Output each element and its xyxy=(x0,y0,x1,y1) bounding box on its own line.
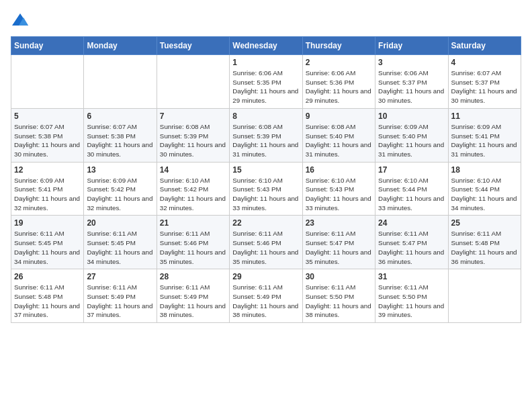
calendar-cell: 28Sunrise: 6:11 AMSunset: 5:49 PMDayligh… xyxy=(157,269,229,323)
col-header-friday: Friday xyxy=(375,37,448,55)
calendar-cell: 27Sunrise: 6:11 AMSunset: 5:49 PMDayligh… xyxy=(84,269,157,323)
day-number: 31 xyxy=(378,272,445,281)
calendar-week-0: 1Sunrise: 6:06 AMSunset: 5:35 PMDaylight… xyxy=(11,55,521,109)
cell-info: Sunrise: 6:06 AMSunset: 5:35 PMDaylight:… xyxy=(232,68,299,105)
cell-info: Sunrise: 6:11 AMSunset: 5:49 PMDaylight:… xyxy=(87,283,153,320)
day-number: 3 xyxy=(378,58,445,67)
day-number: 19 xyxy=(14,218,81,228)
day-number: 8 xyxy=(232,111,299,121)
day-number: 12 xyxy=(14,165,81,175)
day-number: 18 xyxy=(451,165,518,175)
calendar-cell: 30Sunrise: 6:11 AMSunset: 5:50 PMDayligh… xyxy=(302,269,375,323)
cell-info: Sunrise: 6:11 AMSunset: 5:45 PMDaylight:… xyxy=(14,229,81,266)
calendar-cell: 26Sunrise: 6:11 AMSunset: 5:48 PMDayligh… xyxy=(11,269,84,323)
calendar-cell: 22Sunrise: 6:11 AMSunset: 5:46 PMDayligh… xyxy=(230,216,302,269)
calendar-cell: 25Sunrise: 6:11 AMSunset: 5:48 PMDayligh… xyxy=(448,216,521,269)
day-number: 20 xyxy=(87,218,153,228)
calendar-cell: 31Sunrise: 6:11 AMSunset: 5:50 PMDayligh… xyxy=(375,269,448,323)
cell-info: Sunrise: 6:11 AMSunset: 5:46 PMDaylight:… xyxy=(232,229,299,266)
col-header-thursday: Thursday xyxy=(302,37,375,55)
cell-info: Sunrise: 6:06 AMSunset: 5:36 PMDaylight:… xyxy=(306,68,372,105)
cell-info: Sunrise: 6:07 AMSunset: 5:37 PMDaylight:… xyxy=(451,68,518,105)
cell-info: Sunrise: 6:07 AMSunset: 5:38 PMDaylight:… xyxy=(87,122,153,159)
calendar-cell: 12Sunrise: 6:09 AMSunset: 5:41 PMDayligh… xyxy=(11,162,84,216)
cell-info: Sunrise: 6:11 AMSunset: 5:49 PMDaylight:… xyxy=(232,283,299,320)
calendar-table: SundayMondayTuesdayWednesdayThursdayFrid… xyxy=(11,36,521,323)
day-number: 23 xyxy=(306,218,372,228)
calendar-cell: 23Sunrise: 6:11 AMSunset: 5:47 PMDayligh… xyxy=(302,216,375,269)
day-number: 29 xyxy=(232,272,299,281)
day-number: 10 xyxy=(378,111,445,121)
cell-info: Sunrise: 6:11 AMSunset: 5:45 PMDaylight:… xyxy=(87,229,153,266)
day-number: 25 xyxy=(451,218,518,228)
calendar-cell: 29Sunrise: 6:11 AMSunset: 5:49 PMDayligh… xyxy=(230,269,302,323)
cell-info: Sunrise: 6:10 AMSunset: 5:42 PMDaylight:… xyxy=(160,176,226,213)
day-number: 5 xyxy=(14,111,81,121)
cell-info: Sunrise: 6:08 AMSunset: 5:39 PMDaylight:… xyxy=(160,122,226,159)
calendar-header-row: SundayMondayTuesdayWednesdayThursdayFrid… xyxy=(11,37,521,55)
calendar-cell: 10Sunrise: 6:09 AMSunset: 5:40 PMDayligh… xyxy=(375,108,448,162)
calendar-cell: 2Sunrise: 6:06 AMSunset: 5:36 PMDaylight… xyxy=(302,55,375,109)
day-number: 15 xyxy=(232,165,299,175)
calendar-cell: 21Sunrise: 6:11 AMSunset: 5:46 PMDayligh… xyxy=(157,216,229,269)
calendar-cell xyxy=(84,55,157,109)
calendar-cell xyxy=(157,55,229,109)
calendar-cell xyxy=(448,269,521,323)
col-header-monday: Monday xyxy=(84,37,157,55)
calendar-cell: 14Sunrise: 6:10 AMSunset: 5:42 PMDayligh… xyxy=(157,162,229,216)
calendar-cell: 13Sunrise: 6:09 AMSunset: 5:42 PMDayligh… xyxy=(84,162,157,216)
calendar-cell: 18Sunrise: 6:10 AMSunset: 5:44 PMDayligh… xyxy=(448,162,521,216)
calendar-week-1: 5Sunrise: 6:07 AMSunset: 5:38 PMDaylight… xyxy=(11,108,521,162)
cell-info: Sunrise: 6:11 AMSunset: 5:49 PMDaylight:… xyxy=(160,283,226,320)
cell-info: Sunrise: 6:11 AMSunset: 5:47 PMDaylight:… xyxy=(306,229,372,266)
calendar-cell: 4Sunrise: 6:07 AMSunset: 5:37 PMDaylight… xyxy=(448,55,521,109)
calendar-cell: 20Sunrise: 6:11 AMSunset: 5:45 PMDayligh… xyxy=(84,216,157,269)
calendar-cell: 1Sunrise: 6:06 AMSunset: 5:35 PMDaylight… xyxy=(230,55,302,109)
day-number: 14 xyxy=(160,165,226,175)
day-number: 1 xyxy=(232,58,299,67)
day-number: 9 xyxy=(306,111,372,121)
calendar-cell: 16Sunrise: 6:10 AMSunset: 5:43 PMDayligh… xyxy=(302,162,375,216)
cell-info: Sunrise: 6:10 AMSunset: 5:43 PMDaylight:… xyxy=(306,176,372,213)
day-number: 21 xyxy=(160,218,226,228)
day-number: 6 xyxy=(87,111,153,121)
day-number: 24 xyxy=(378,218,445,228)
day-number: 16 xyxy=(306,165,372,175)
cell-info: Sunrise: 6:11 AMSunset: 5:47 PMDaylight:… xyxy=(378,229,445,266)
cell-info: Sunrise: 6:09 AMSunset: 5:41 PMDaylight:… xyxy=(14,176,81,213)
cell-info: Sunrise: 6:09 AMSunset: 5:41 PMDaylight:… xyxy=(451,122,518,159)
col-header-sunday: Sunday xyxy=(11,37,84,55)
cell-info: Sunrise: 6:09 AMSunset: 5:42 PMDaylight:… xyxy=(87,176,153,213)
calendar-cell: 24Sunrise: 6:11 AMSunset: 5:47 PMDayligh… xyxy=(375,216,448,269)
col-header-saturday: Saturday xyxy=(448,37,521,55)
cell-info: Sunrise: 6:06 AMSunset: 5:37 PMDaylight:… xyxy=(378,68,445,105)
calendar-cell: 11Sunrise: 6:09 AMSunset: 5:41 PMDayligh… xyxy=(448,108,521,162)
day-number: 11 xyxy=(451,111,518,121)
calendar-week-2: 12Sunrise: 6:09 AMSunset: 5:41 PMDayligh… xyxy=(11,162,521,216)
page-header xyxy=(11,11,521,30)
calendar-cell: 15Sunrise: 6:10 AMSunset: 5:43 PMDayligh… xyxy=(230,162,302,216)
calendar-week-4: 26Sunrise: 6:11 AMSunset: 5:48 PMDayligh… xyxy=(11,269,521,323)
cell-info: Sunrise: 6:10 AMSunset: 5:44 PMDaylight:… xyxy=(451,176,518,213)
logo xyxy=(11,11,32,30)
cell-info: Sunrise: 6:11 AMSunset: 5:50 PMDaylight:… xyxy=(306,283,372,320)
day-number: 17 xyxy=(378,165,445,175)
day-number: 22 xyxy=(232,218,299,228)
calendar-cell: 19Sunrise: 6:11 AMSunset: 5:45 PMDayligh… xyxy=(11,216,84,269)
logo-icon xyxy=(11,11,30,30)
cell-info: Sunrise: 6:10 AMSunset: 5:44 PMDaylight:… xyxy=(378,176,445,213)
day-number: 4 xyxy=(451,58,518,67)
calendar-cell: 9Sunrise: 6:08 AMSunset: 5:40 PMDaylight… xyxy=(302,108,375,162)
day-number: 30 xyxy=(306,272,372,281)
day-number: 26 xyxy=(14,272,81,281)
day-number: 2 xyxy=(306,58,372,67)
calendar-week-3: 19Sunrise: 6:11 AMSunset: 5:45 PMDayligh… xyxy=(11,216,521,269)
cell-info: Sunrise: 6:07 AMSunset: 5:38 PMDaylight:… xyxy=(14,122,81,159)
cell-info: Sunrise: 6:11 AMSunset: 5:46 PMDaylight:… xyxy=(160,229,226,266)
cell-info: Sunrise: 6:11 AMSunset: 5:50 PMDaylight:… xyxy=(378,283,445,320)
calendar-cell: 7Sunrise: 6:08 AMSunset: 5:39 PMDaylight… xyxy=(157,108,229,162)
day-number: 7 xyxy=(160,111,226,121)
day-number: 28 xyxy=(160,272,226,281)
col-header-tuesday: Tuesday xyxy=(157,37,229,55)
col-header-wednesday: Wednesday xyxy=(230,37,302,55)
